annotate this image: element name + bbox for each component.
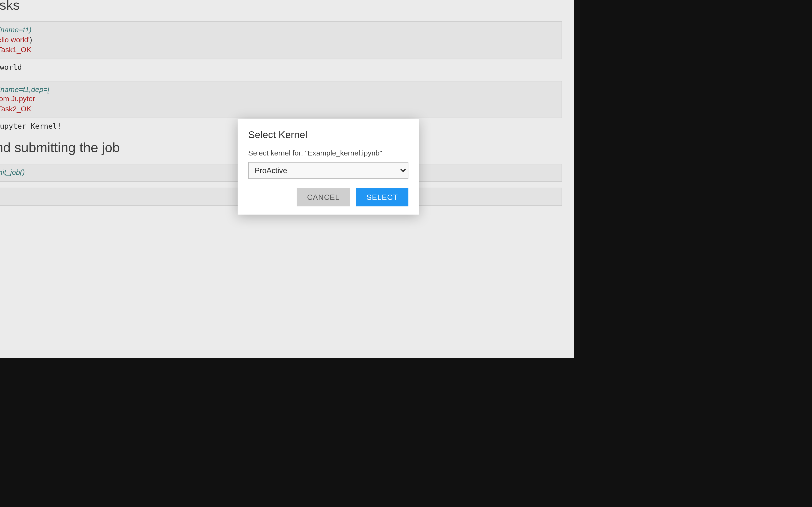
cancel-button[interactable]: CANCEL [297, 188, 350, 207]
dialog-message: Select kernel for: "Example_kernel.ipynb… [248, 149, 408, 157]
select-kernel-dialog: Select Kernel Select kernel for: "Exampl… [238, 119, 419, 215]
kernel-select[interactable]: ProActive [248, 162, 408, 179]
dialog-title: Select Kernel [248, 129, 408, 141]
main-area: Example_kernel.ipynb × Code Python 3 [0, 0, 574, 358]
select-button[interactable]: SELECT [356, 188, 408, 207]
